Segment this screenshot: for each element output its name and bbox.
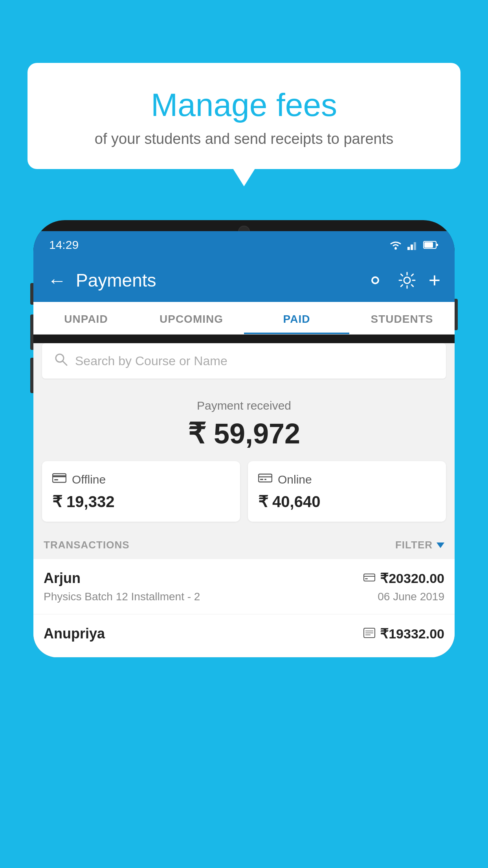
filter-icon xyxy=(437,542,444,548)
cards-row: Offline ₹ 19,332 xyxy=(42,461,446,522)
tabs-bar: UNPAID UPCOMING PAID STUDENTS xyxy=(33,302,455,335)
transaction-top: Anupriya ₹19332.00 xyxy=(44,625,444,642)
transactions-header: TRANSACTIONS FILTER xyxy=(33,531,455,559)
bubble-subtitle: of your students and send receipts to pa… xyxy=(47,131,441,147)
phone-side-button-left-bot xyxy=(30,358,33,393)
offline-card: Offline ₹ 19,332 xyxy=(42,461,240,522)
filter-button[interactable]: FILTER xyxy=(395,539,444,551)
transactions-label: TRANSACTIONS xyxy=(44,539,130,551)
svg-rect-15 xyxy=(260,479,263,480)
app-title: Payments xyxy=(76,270,356,291)
payment-received-section: Payment received ₹ 59,972 xyxy=(33,387,455,461)
svg-rect-17 xyxy=(364,574,375,581)
transaction-name: Anupriya xyxy=(44,625,105,642)
add-button[interactable]: + xyxy=(429,268,440,292)
offline-card-icon xyxy=(52,472,66,487)
payment-label: Payment received xyxy=(33,399,455,412)
back-button[interactable]: ← xyxy=(48,270,66,291)
status-icons xyxy=(389,240,439,250)
signal-icon xyxy=(407,240,418,250)
svg-rect-11 xyxy=(53,475,66,477)
gear-icon-simple[interactable] xyxy=(397,270,417,290)
tab-upcoming[interactable]: UPCOMING xyxy=(139,302,244,334)
svg-rect-6 xyxy=(437,244,438,246)
transaction-amount: ₹19332.00 xyxy=(380,626,444,642)
offline-card-header: Offline xyxy=(52,472,230,487)
transaction-row[interactable]: Anupriya ₹19332.00 xyxy=(33,614,455,657)
svg-rect-13 xyxy=(259,474,272,482)
transaction-pay-mode-icon xyxy=(363,628,375,640)
svg-rect-5 xyxy=(424,242,433,248)
transaction-name: Arjun xyxy=(44,570,81,587)
offline-card-amount: ₹ 19,332 xyxy=(52,493,230,511)
svg-point-0 xyxy=(394,247,397,250)
tab-unpaid[interactable]: UNPAID xyxy=(33,302,139,334)
svg-rect-19 xyxy=(365,578,368,579)
svg-rect-2 xyxy=(411,245,413,250)
screen-content: Search by Course or Name Payment receive… xyxy=(33,343,455,657)
offline-card-type: Offline xyxy=(72,473,106,486)
filter-label: FILTER xyxy=(395,539,433,551)
transaction-bottom: Physics Batch 12 Installment - 2 06 June… xyxy=(44,590,444,603)
phone-side-button-right xyxy=(455,299,458,330)
online-card-type: Online xyxy=(278,473,312,486)
svg-point-7 xyxy=(404,277,410,283)
bubble-title: Manage fees xyxy=(47,86,441,123)
transaction-row[interactable]: Arjun ₹20320.00 Physics Batch 1 xyxy=(33,559,455,614)
transaction-top: Arjun ₹20320.00 xyxy=(44,570,444,587)
svg-rect-12 xyxy=(54,479,58,480)
svg-rect-10 xyxy=(53,474,66,482)
transaction-pay-mode-icon xyxy=(363,573,375,584)
wifi-icon xyxy=(389,240,403,250)
phone-side-button-left-mid xyxy=(30,314,33,350)
online-card-header: Online xyxy=(258,472,436,487)
svg-line-9 xyxy=(62,361,67,365)
svg-rect-1 xyxy=(407,247,410,250)
online-card-icon xyxy=(258,472,272,487)
battery-icon xyxy=(423,240,439,250)
phone-wrapper: 14:29 xyxy=(33,220,455,868)
phone-body: 14:29 xyxy=(33,220,455,657)
svg-rect-16 xyxy=(264,479,266,480)
transaction-amount-wrapper: ₹20320.00 xyxy=(363,570,444,586)
transaction-amount: ₹20320.00 xyxy=(380,570,444,586)
online-card-amount: ₹ 40,640 xyxy=(258,493,436,511)
phone-side-button-left-top xyxy=(30,283,33,305)
search-icon xyxy=(54,352,68,370)
payment-amount: ₹ 59,972 xyxy=(33,417,455,450)
search-bar[interactable]: Search by Course or Name xyxy=(42,343,446,379)
app-bar: ← Payments + xyxy=(33,259,455,302)
svg-rect-3 xyxy=(414,242,416,250)
status-bar: 14:29 xyxy=(33,231,455,259)
transaction-course: Physics Batch 12 Installment - 2 xyxy=(44,590,200,603)
transaction-amount-wrapper: ₹19332.00 xyxy=(363,626,444,642)
tab-paid[interactable]: PAID xyxy=(244,302,349,334)
search-input[interactable]: Search by Course or Name xyxy=(75,354,227,368)
transaction-date: 06 June 2019 xyxy=(378,590,444,603)
tab-students[interactable]: STUDENTS xyxy=(349,302,455,334)
app-bar-icons: + xyxy=(365,268,440,292)
online-card: Online ₹ 40,640 xyxy=(248,461,446,522)
gear-icon[interactable] xyxy=(365,270,385,291)
speech-bubble: Manage fees of your students and send re… xyxy=(28,63,460,169)
status-time: 14:29 xyxy=(49,238,79,252)
